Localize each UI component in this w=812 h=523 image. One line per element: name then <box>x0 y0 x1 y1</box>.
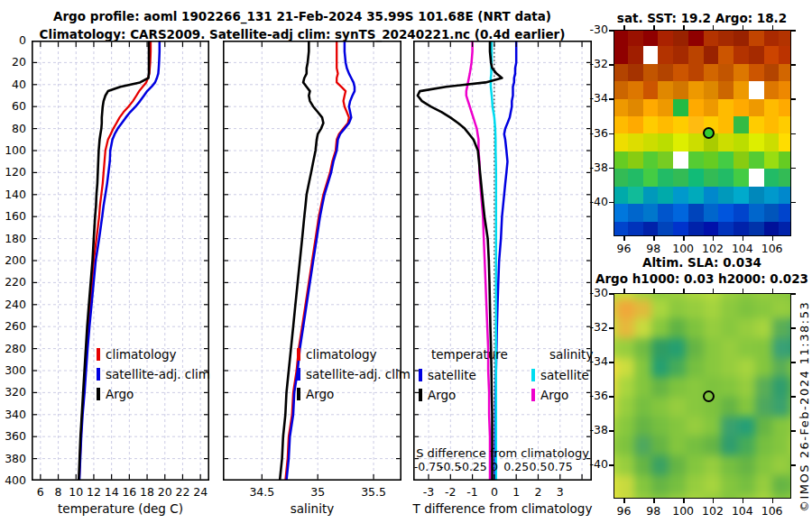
heatmap-cell <box>688 151 704 169</box>
heatmap-cell <box>755 338 772 358</box>
heatmap-cell <box>704 318 721 338</box>
heatmap-cell <box>614 99 628 116</box>
heatmap-cell <box>634 318 651 338</box>
heatmap-cell <box>688 204 704 221</box>
map-y-tick <box>791 98 796 100</box>
heatmap-cell <box>734 46 749 63</box>
heatmap-cell <box>658 30 673 46</box>
heatmap-cell <box>789 299 791 319</box>
heatmap-cell <box>643 46 659 63</box>
heatmap-cell <box>749 187 764 204</box>
map-y-tick <box>609 396 614 398</box>
map-x-tick-label: 98 <box>640 242 667 255</box>
map-y-tick <box>609 293 614 295</box>
heatmap-cell <box>651 377 669 397</box>
heatmap-cell <box>669 436 686 455</box>
heatmap-cell <box>721 455 738 475</box>
xlabel-temperature: temperature (deg C) <box>32 501 209 516</box>
heatmap-cell <box>772 293 789 299</box>
map-x-tick <box>683 289 685 293</box>
x-tick-label: 35.5 <box>351 485 396 499</box>
heatmap-cell <box>772 299 789 319</box>
heatmap-cell <box>734 64 749 81</box>
heatmap-cell <box>651 397 669 417</box>
heatmap-cell <box>617 293 634 299</box>
heatmap-cell <box>704 455 721 475</box>
heatmap-cell <box>643 81 659 98</box>
heatmap-cell <box>772 377 789 397</box>
heatmap-cell <box>617 358 634 378</box>
heatmap-cell <box>617 494 634 499</box>
legend-color-swatch <box>97 348 100 361</box>
map-y-tick <box>791 64 796 66</box>
heatmap-cell <box>779 169 791 186</box>
map-x-tick <box>772 25 774 30</box>
legend-item: climatology <box>97 344 210 364</box>
heatmap-cell <box>749 116 764 133</box>
depth-tick-label: 360 <box>0 429 26 443</box>
heatmap-cell <box>617 436 634 455</box>
heatmap-cell <box>688 46 704 63</box>
heatmap-cell <box>734 222 749 236</box>
heatmap-cell <box>755 299 772 319</box>
map-y-tick-label: -32 <box>579 320 608 334</box>
heatmap-cell <box>738 293 755 299</box>
heatmap-cell <box>614 46 628 63</box>
heatmap-cell <box>779 46 791 63</box>
map-y-tick <box>609 362 614 363</box>
argo-position-marker <box>703 390 715 402</box>
map-y-tick-label: -36 <box>579 389 608 402</box>
map-y-tick-label: -34 <box>579 354 608 368</box>
map-y-tick-label: -38 <box>579 161 608 174</box>
heatmap-cell <box>686 417 703 436</box>
heatmap-cell <box>704 99 719 116</box>
heatmap-cell <box>755 417 772 436</box>
heatmap-cell <box>634 358 651 378</box>
heatmap-cell <box>755 455 772 475</box>
legend-label: Argo <box>306 387 334 401</box>
profile-legend: climatologysatellite-adj. climArgo <box>297 344 411 404</box>
heatmap-cell <box>686 475 703 495</box>
depth-tick-label: 240 <box>0 298 26 311</box>
map-x-tick-label: 100 <box>669 242 697 255</box>
heatmap-cell <box>704 222 719 236</box>
legend-item: Argo <box>419 385 508 405</box>
heatmap-cell <box>686 318 703 338</box>
heatmap-cell <box>704 475 721 495</box>
legend-column-header: temperature <box>431 347 508 365</box>
heatmap-cell <box>749 133 764 151</box>
heatmap-cell <box>686 436 703 455</box>
heatmap-cell <box>772 417 789 436</box>
heatmap-cell <box>789 417 791 436</box>
heatmap-cell <box>704 46 719 63</box>
heatmap-cell <box>658 46 673 63</box>
heatmap-cell <box>755 475 772 495</box>
heatmap-cell <box>643 222 659 236</box>
map-x-tick-label: 106 <box>759 242 786 255</box>
heatmap-cell <box>721 377 738 397</box>
map-y-tick-label: -38 <box>579 423 608 436</box>
heatmap-cell <box>764 99 780 116</box>
heatmap-cell <box>738 397 755 417</box>
heatmap-cell <box>628 204 643 221</box>
heatmap-cell <box>779 116 791 133</box>
heatmap-cell <box>643 204 659 221</box>
diff-legend-column: temperaturesatelliteArgo <box>419 347 508 405</box>
s-diff-tick-label: 0.75 <box>538 460 583 473</box>
depth-tick-label: 280 <box>0 342 26 355</box>
heatmap-cell <box>614 133 628 151</box>
heatmap-cell <box>704 293 721 299</box>
depth-tick-label: 220 <box>0 275 26 289</box>
map-y-tick <box>609 133 614 135</box>
heatmap-cell <box>673 133 688 151</box>
heatmap-cell <box>651 293 669 299</box>
heatmap-cell <box>764 133 780 151</box>
heatmap-cell <box>634 377 651 397</box>
heatmap-cell <box>749 151 764 169</box>
heatmap-cell <box>779 204 791 221</box>
depth-tick-label: 380 <box>0 452 26 465</box>
legend-color-swatch <box>419 389 422 401</box>
heatmap-cell <box>688 169 704 186</box>
x-tick-label: 34.5 <box>239 485 284 499</box>
heatmap-cell <box>673 46 688 63</box>
